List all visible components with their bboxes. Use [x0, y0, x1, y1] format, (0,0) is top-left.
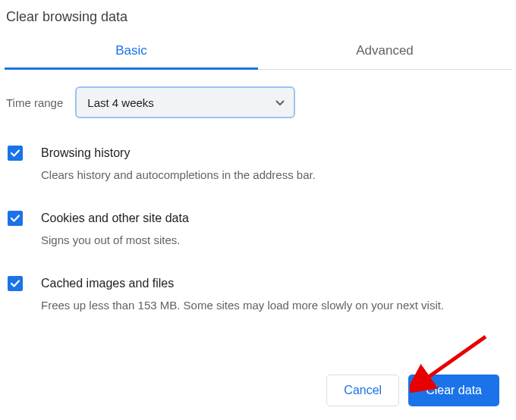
tab-advanced-label: Advanced: [356, 43, 414, 58]
dialog-title: Clear browsing data: [5, 6, 511, 36]
option-description: Clears history and autocompletions in th…: [41, 166, 316, 183]
clear-browsing-dialog: Clear browsing data Basic Advanced Time …: [0, 0, 516, 340]
time-range-row: Time range Last 4 weeks: [5, 70, 511, 126]
option-label: Cached images and files: [41, 274, 444, 293]
tab-basic-label: Basic: [115, 43, 147, 58]
clear-data-button[interactable]: Clear data: [408, 375, 499, 406]
cancel-button-label: Cancel: [344, 384, 382, 397]
option-description: Frees up less than 153 MB. Some sites ma…: [41, 296, 444, 314]
option-browsing-history: Browsing history Clears history and auto…: [5, 144, 511, 209]
check-icon: [10, 148, 20, 158]
checkbox-browsing-history[interactable]: [8, 146, 23, 161]
time-range-select[interactable]: Last 4 weeks: [75, 86, 295, 118]
time-range-value: Last 4 weeks: [87, 96, 154, 109]
check-icon: [10, 213, 20, 224]
option-cookies: Cookies and other site data Signs you ou…: [5, 209, 511, 274]
option-label: Browsing history: [41, 144, 316, 163]
option-label: Cookies and other site data: [41, 209, 189, 228]
tab-basic[interactable]: Basic: [5, 36, 258, 70]
checkbox-cookies[interactable]: [8, 211, 23, 226]
option-description: Signs you out of most sites.: [41, 231, 189, 249]
option-cache: Cached images and files Frees up less th…: [5, 274, 511, 340]
time-range-label: Time range: [5, 96, 75, 109]
clear-data-button-label: Clear data: [426, 384, 482, 397]
tab-advanced[interactable]: Advanced: [258, 36, 511, 69]
options-list: Browsing history Clears history and auto…: [5, 126, 511, 340]
checkbox-cache[interactable]: [8, 276, 23, 291]
check-icon: [10, 278, 20, 289]
cancel-button[interactable]: Cancel: [326, 375, 399, 406]
tab-bar: Basic Advanced: [5, 36, 511, 70]
dialog-footer: Cancel Clear data: [326, 375, 499, 406]
